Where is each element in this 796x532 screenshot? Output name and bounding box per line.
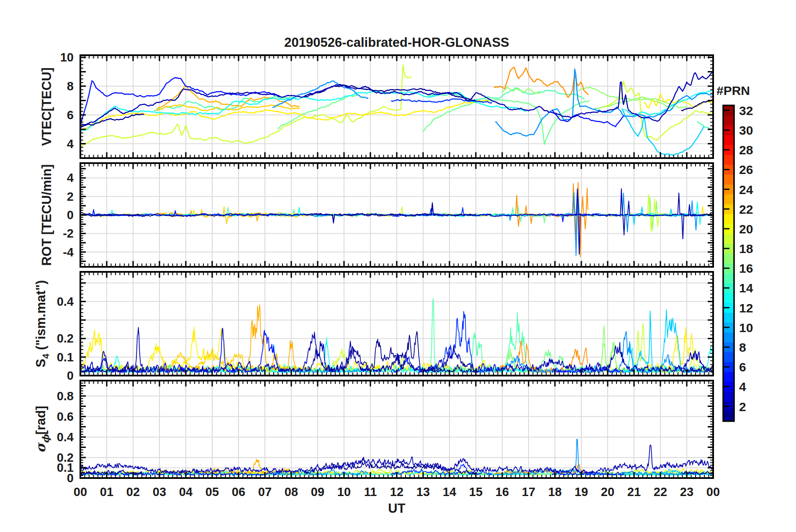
ytick-vtec-10: 10 (60, 51, 74, 64)
xtick-12: 12 (390, 485, 403, 499)
ytick-sigma_phi-0.8: 0.8 (57, 389, 74, 403)
ylabel-vtec: VTEC[TECU] (39, 67, 54, 146)
series-prn5 (80, 77, 280, 125)
ytick-rot--4: -4 (63, 246, 74, 259)
colorbar-tick-26: 26 (739, 163, 753, 176)
plot-svg: 46810VTEC[TECU]-4-2024ROT [TECU/min]00.1… (0, 0, 796, 532)
xtick-1: 01 (100, 485, 113, 499)
colorbar-tick-24: 24 (739, 183, 753, 197)
xtick-19: 19 (575, 485, 588, 499)
xtick-21: 21 (627, 485, 641, 499)
colorbar-tick-20: 20 (739, 222, 753, 236)
ytick-s4-0.1: 0.1 (57, 350, 74, 364)
colorbar-segment-27 (723, 155, 734, 165)
chart-title: 20190526-calibrated-HOR-GLONASS (80, 35, 713, 50)
series-prn13 (624, 202, 713, 225)
xtick-13: 13 (416, 485, 430, 499)
colorbar-segment-13 (723, 293, 734, 303)
ylabel-sigma_phi: σϕ[rad] (33, 406, 51, 453)
xtick-5: 05 (205, 485, 219, 499)
ylabel-s4: S4 ("ism.mat") (33, 280, 51, 368)
ytick-sigma_phi-0.2: 0.2 (57, 451, 74, 464)
ytick-vtec-8: 8 (67, 79, 74, 93)
xtick-6: 06 (232, 485, 245, 499)
colorbar-segment-25 (723, 174, 734, 184)
ytick-sigma_phi-0.4: 0.4 (57, 430, 74, 444)
colorbar-tick-18: 18 (739, 242, 753, 256)
series-prn5 (80, 328, 280, 373)
colorbar-tick-32: 32 (739, 104, 753, 118)
colorbar-segment-3 (723, 391, 734, 402)
colorbar-tick-10: 10 (739, 321, 753, 335)
colorbar-segment-29 (723, 135, 734, 145)
ytick-rot--2: -2 (63, 227, 74, 240)
ytick-vtec-4: 4 (67, 137, 74, 151)
colorbar-segment-19 (723, 234, 734, 244)
colorbar-tick-12: 12 (739, 301, 753, 315)
xtick-2: 02 (126, 485, 140, 499)
colorbar-tick-22: 22 (739, 202, 753, 216)
xtick-9: 09 (311, 485, 324, 499)
ytick-rot-0: 0 (67, 208, 74, 222)
colorbar-segment-31 (723, 115, 734, 125)
ytick-s4-0.2: 0.2 (57, 332, 74, 345)
ylabel-rot: ROT [TECU/min] (39, 164, 54, 266)
series-prn1 (305, 204, 476, 223)
ytick-s4-0.4: 0.4 (57, 295, 74, 308)
colorbar-segment-21 (723, 214, 734, 224)
xtick-8: 08 (285, 485, 298, 499)
xtick-18: 18 (548, 485, 562, 499)
xtick-15: 15 (469, 485, 483, 499)
xtick-22: 22 (654, 485, 667, 499)
colorbar-segment-1 (723, 411, 734, 421)
colorbar-tick-6: 6 (739, 360, 746, 374)
series-prn6 (391, 312, 491, 373)
colorbar (723, 105, 734, 422)
ytick-s4-0: 0 (67, 369, 74, 382)
xtick-24: 00 (706, 485, 720, 499)
colorbar-segment-23 (723, 194, 734, 204)
series-prn19 (602, 82, 713, 140)
colorbar-tick-14: 14 (739, 281, 753, 295)
xtick-0: 00 (74, 485, 87, 499)
xtick-4: 04 (179, 485, 193, 499)
colorbar-tick-16: 16 (739, 261, 753, 275)
colorbar-segment-5 (723, 372, 734, 382)
colorbar-segment-7 (723, 352, 734, 362)
figure-root: 46810VTEC[TECU]-4-2024ROT [TECU/min]00.1… (0, 0, 796, 532)
xtick-17: 17 (522, 485, 535, 499)
colorbar-segment-15 (723, 273, 734, 283)
colorbar-tick-8: 8 (739, 340, 746, 354)
colorbar-segment-17 (723, 253, 734, 263)
ytick-rot-2: 2 (67, 190, 74, 203)
xtick-3: 03 (153, 485, 166, 499)
colorbar-segment-11 (723, 312, 734, 322)
ytick-rot-4: 4 (67, 171, 74, 184)
xtick-7: 07 (258, 485, 272, 499)
xtick-11: 11 (364, 485, 377, 499)
colorbar-tick-28: 28 (739, 143, 753, 157)
series-prn1 (681, 100, 713, 111)
xtick-23: 23 (680, 485, 693, 499)
colorbar-title: #PRN (716, 84, 750, 98)
colorbar-tick-4: 4 (739, 380, 746, 394)
series-prn19 (602, 323, 713, 372)
xtick-20: 20 (601, 485, 614, 499)
xtick-10: 10 (337, 485, 351, 499)
xtick-16: 16 (496, 485, 509, 499)
colorbar-tick-2: 2 (739, 400, 746, 414)
colorbar-segment-9 (723, 332, 734, 343)
series-prn19 (80, 65, 411, 147)
x-axis-label: UT (80, 501, 713, 516)
ytick-vtec-6: 6 (67, 108, 74, 122)
colorbar-tick-30: 30 (739, 123, 753, 137)
ytick-sigma_phi-0.6: 0.6 (57, 410, 74, 423)
xtick-14: 14 (443, 485, 456, 499)
